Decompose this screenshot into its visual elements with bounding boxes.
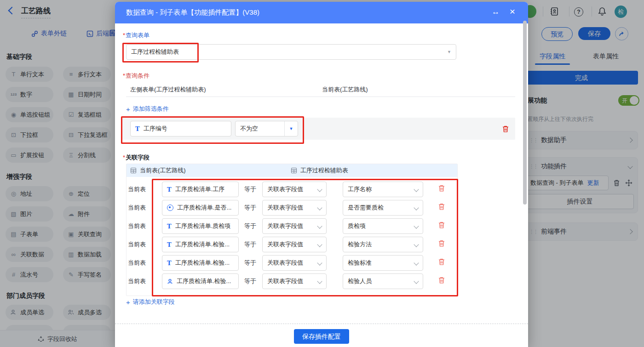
left-form-header: 左侧表单(工序过程检辅助表) (130, 85, 206, 94)
chevron-down-icon (414, 223, 419, 228)
add-related-field-link[interactable]: + 请添加关联字段 (126, 298, 175, 306)
chevron-down-icon (317, 279, 322, 284)
query-form-label: *查询表单 (123, 31, 150, 40)
plus-icon: + (126, 105, 130, 113)
text-field-icon: T (167, 241, 172, 248)
radio-field-icon (167, 205, 173, 211)
left-field-select[interactable]: T 工序质检清单.检验... (162, 255, 239, 271)
row-delete-icon[interactable] (438, 276, 445, 284)
chevron-down-icon (414, 242, 419, 247)
row-delete-icon[interactable] (438, 184, 445, 192)
filter-operator-value: 不为空 (240, 125, 281, 133)
row-delete-icon[interactable] (438, 203, 445, 210)
query-form-value: 工序过程检辅助表 (131, 48, 443, 56)
chevron-down-icon (317, 242, 322, 247)
right-field-select[interactable]: 检验人员 (343, 273, 423, 289)
related-fields-label: *关联字段 (123, 154, 150, 162)
filter-field-value: 工序编号 (144, 125, 226, 133)
left-field-select[interactable]: 工序质检清单.检验... (162, 273, 239, 289)
text-field-icon: T (167, 260, 172, 267)
save-plugin-config-button[interactable]: 保存插件配置 (294, 329, 349, 344)
chevron-down-icon (317, 260, 322, 265)
caret-zone[interactable]: ▼ (284, 121, 298, 136)
table-grid-icon (291, 167, 297, 174)
close-icon[interactable]: × (510, 6, 515, 17)
row-delete-icon[interactable] (438, 221, 445, 229)
text-field-icon: T (167, 223, 172, 230)
current-table-header: 当前表(工艺路线) (140, 166, 186, 175)
current-form-header: 当前表(工艺路线) (322, 85, 368, 94)
mid-value-select[interactable]: 关联表字段值 (262, 273, 327, 289)
query-form-select[interactable]: 工序过程检辅助表 ▼ (126, 44, 456, 60)
mid-value-select[interactable]: 关联表字段值 (262, 200, 327, 216)
plugin-config-modal: 数据查询 - 到子表单【功能插件配置】(V38) ↔ × *查询表单 工序过程检… (115, 2, 528, 347)
person-field-icon (167, 279, 173, 284)
modal-title: 数据查询 - 到子表单【功能插件配置】(V38) (126, 8, 259, 17)
right-field-select[interactable]: 工序名称 (343, 182, 423, 197)
chevron-down-icon (317, 187, 322, 192)
chevron-down-icon (414, 279, 419, 284)
right-field-select[interactable]: 检验标准 (343, 255, 423, 271)
add-filter-condition-link[interactable]: + 添加筛选条件 (126, 105, 169, 113)
caret-down-icon: ▼ (447, 50, 451, 54)
mid-value-select[interactable]: 关联表字段值 (262, 182, 327, 197)
right-field-select[interactable]: 质检项 (343, 218, 423, 234)
mid-value-select[interactable]: 关联表字段值 (262, 218, 327, 234)
filter-delete-icon[interactable] (502, 125, 509, 133)
caret-down-icon: ▼ (289, 126, 293, 131)
modal-scrollbar-thumb[interactable] (523, 21, 527, 205)
row-delete-icon[interactable] (438, 239, 445, 247)
table-grid-icon (130, 167, 137, 174)
plus-icon: + (126, 298, 130, 306)
chevron-down-icon (317, 223, 322, 228)
mid-value-select[interactable]: 关联表字段值 (262, 255, 327, 271)
right-field-select[interactable]: 是否需要质检 (343, 200, 423, 216)
footer-divider (115, 324, 528, 324)
left-field-select[interactable]: T 工序质检清单.质检项 (162, 218, 239, 234)
mid-value-select[interactable]: 关联表字段值 (262, 237, 327, 252)
related-fields-table-header: 当前表(工艺路线) 工序过程检辅助表 (126, 164, 457, 177)
divider (126, 97, 515, 97)
chevron-down-icon (414, 187, 419, 192)
filter-operator-select[interactable]: 不为空 ▼ (235, 121, 298, 137)
chevron-down-icon (317, 205, 322, 210)
aux-table-header: 工序过程检辅助表 (300, 166, 348, 175)
text-field-icon: T (135, 125, 140, 132)
modal-header: 数据查询 - 到子表单【功能插件配置】(V38) ↔ × (115, 2, 528, 23)
chevron-down-icon (414, 260, 419, 265)
left-field-select[interactable]: T 工序质检清单.工序 (162, 182, 239, 197)
resize-horizontal-icon[interactable]: ↔ (492, 7, 500, 17)
query-condition-label: *查询条件 (123, 72, 150, 80)
text-field-icon: T (167, 186, 172, 193)
right-field-select[interactable]: 检验方法 (343, 237, 423, 252)
row-delete-icon[interactable] (438, 258, 445, 266)
filter-field-input[interactable]: T 工序编号 (130, 121, 231, 137)
left-field-select[interactable]: T 工序质检清单.检验... (162, 237, 239, 252)
chevron-down-icon (414, 205, 419, 210)
left-field-select[interactable]: 工序质检清单.是否... (162, 200, 239, 216)
